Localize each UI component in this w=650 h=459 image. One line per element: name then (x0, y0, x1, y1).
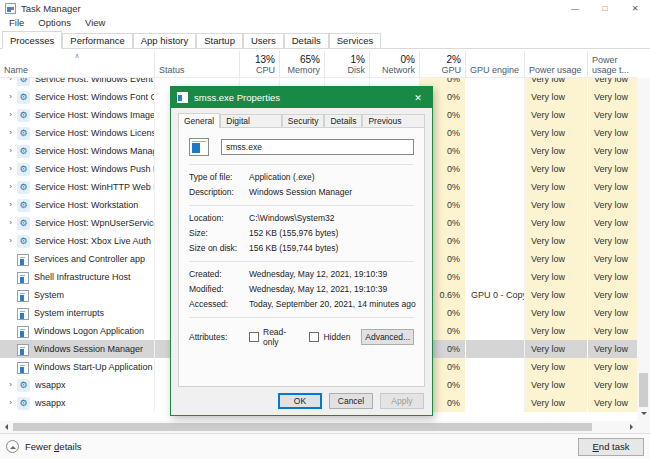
attributes-label: Attributes: (189, 332, 249, 342)
expand-chevron-icon[interactable]: › (4, 214, 17, 232)
process-name-cell: Windows Logon Application (0, 322, 155, 340)
expand-chevron-icon[interactable]: › (4, 394, 17, 412)
power-usage-trend-cell: Very low (588, 178, 637, 196)
app-window-icon (17, 308, 29, 320)
gear-icon: ⚙ (17, 217, 30, 230)
column-header-cpu[interactable]: 13%CPU (240, 51, 280, 77)
expand-chevron-icon[interactable]: › (4, 196, 17, 214)
expand-chevron-icon[interactable]: › (4, 124, 17, 142)
menu-file[interactable]: File (2, 16, 31, 30)
field-size-on-disk: Size on disk:156 KB (159,744 bytes) (189, 243, 414, 254)
maximize-button[interactable]: □ (590, 0, 620, 16)
dialog-close-icon[interactable]: ✕ (404, 87, 432, 108)
read-only-checkbox[interactable]: Read-only (249, 327, 298, 347)
apply-button[interactable]: Apply (380, 393, 424, 409)
tab-details[interactable]: Details (284, 33, 329, 48)
menu-options[interactable]: Options (31, 16, 78, 30)
gear-icon: ⚙ (17, 397, 30, 410)
scroll-down-icon[interactable] (637, 407, 650, 420)
minimize-button[interactable]: — (560, 0, 590, 16)
scroll-left-icon[interactable] (0, 421, 12, 433)
power-usage-cell: Very low (525, 106, 588, 124)
field-location: Location:C:\Windows\System32 (189, 213, 414, 224)
chevron-up-circle-icon (6, 440, 19, 453)
ok-button[interactable]: OK (278, 393, 322, 409)
advanced-button[interactable]: Advanced... (361, 329, 414, 345)
power-usage-trend-cell: Very low (588, 340, 637, 358)
expand-chevron-icon[interactable]: › (4, 88, 17, 106)
horizontal-scrollbar[interactable] (0, 421, 637, 433)
power-usage-trend-cell: Very low (588, 286, 637, 304)
dialog-tab-security[interactable]: Security (282, 114, 325, 127)
process-name-cell: ›⚙wsappx (0, 376, 155, 394)
expand-chevron-icon[interactable]: › (4, 78, 17, 88)
vertical-scrollbar[interactable] (637, 78, 650, 433)
gpu-engine-cell (466, 214, 525, 232)
column-header-disk[interactable]: 1%Disk (325, 51, 370, 77)
field-value: Wednesday, May 12, 2021, 19:10:39 (249, 269, 414, 280)
close-button[interactable]: ✕ (620, 0, 650, 16)
tab-app-history[interactable]: App history (133, 33, 197, 48)
menu-view[interactable]: View (78, 16, 112, 30)
power-usage-trend-cell: Very low (588, 322, 637, 340)
field-modified: Modified:Wednesday, May 12, 2021, 19:10:… (189, 284, 414, 295)
gear-icon: ⚙ (17, 91, 30, 104)
separator (189, 317, 414, 318)
column-header-status[interactable]: Status (155, 51, 240, 77)
plain-header-label: Power usage (529, 65, 583, 75)
gpu-engine-cell (466, 106, 525, 124)
tab-startup[interactable]: Startup (196, 33, 243, 48)
field-type-of-file: Type of file:Application (.exe) (189, 172, 414, 183)
hidden-checkbox[interactable]: Hidden (309, 332, 350, 342)
process-name: wsappx (35, 376, 66, 394)
process-name-cell: ›⚙Service Host: WinHTTP Web Pro... (0, 178, 155, 196)
scroll-right-icon[interactable] (625, 421, 637, 433)
field-value: 156 KB (159,744 bytes) (249, 243, 414, 254)
expand-chevron-icon[interactable]: › (4, 178, 17, 196)
process-name-cell: ›⚙Service Host: Workstation (0, 196, 155, 214)
gpu-engine-cell (466, 376, 525, 394)
field-value: 152 KB (155,976 bytes) (249, 228, 414, 239)
metric-value: 0% (374, 54, 415, 65)
app-window-icon (17, 344, 29, 356)
tab-performance[interactable]: Performance (62, 33, 132, 48)
process-name: Service Host: Windows Font Ca... (35, 88, 154, 106)
expand-chevron-icon[interactable]: › (4, 160, 17, 178)
column-header-gpu[interactable]: 2%GPU (420, 51, 466, 77)
process-name: Service Host: Windows Event Log (35, 78, 154, 88)
fewer-details-button[interactable]: Fewer details (6, 440, 82, 453)
vertical-scrollbar-thumb[interactable] (639, 373, 648, 407)
tab-services[interactable]: Services (329, 33, 381, 48)
window-title: Task Manager (21, 3, 81, 14)
expand-chevron-icon[interactable]: › (4, 232, 17, 250)
process-name: System interrupts (34, 304, 104, 322)
end-task-button[interactable]: End task (578, 438, 644, 456)
power-usage-cell: Very low (525, 142, 588, 160)
column-header-name[interactable]: ∧Name (0, 51, 155, 77)
column-header-power-usage[interactable]: Power usage (525, 51, 588, 77)
gpu-engine-cell (466, 196, 525, 214)
expand-chevron-icon[interactable]: › (4, 376, 17, 394)
expand-chevron-icon[interactable]: › (4, 142, 17, 160)
tab-users[interactable]: Users (243, 33, 284, 48)
horizontal-scrollbar-thumb[interactable] (13, 423, 592, 431)
dialog-tab-previous-versions[interactable]: Previous Versions (362, 114, 425, 127)
column-header-network[interactable]: 0%Network (370, 51, 420, 77)
cancel-button[interactable]: Cancel (329, 393, 373, 409)
column-header-gpu-engine[interactable]: GPU engine (466, 51, 525, 77)
task-manager-icon (5, 3, 16, 14)
metric-label: CPU (244, 65, 275, 75)
tab-processes[interactable]: Processes (2, 31, 62, 49)
dialog-tab-general[interactable]: General (178, 113, 220, 128)
process-name-cell: ›⚙Service Host: Xbox Live Auth M... (0, 232, 155, 250)
column-header-power-usage-t[interactable]: Power usage t... (588, 51, 637, 77)
dialog-tab-digital-signatures[interactable]: Digital Signatures (220, 114, 282, 127)
field-label: Accessed: (189, 299, 249, 310)
dialog-tab-details[interactable]: Details (324, 114, 362, 127)
power-usage-cell: Very low (525, 88, 588, 106)
filename-input[interactable] (221, 139, 414, 155)
process-name: Service Host: Windows Image A... (35, 106, 154, 124)
column-header-memory[interactable]: 65%Memory (280, 51, 325, 77)
expand-chevron-icon[interactable]: › (4, 106, 17, 124)
power-usage-trend-cell: Very low (588, 88, 637, 106)
